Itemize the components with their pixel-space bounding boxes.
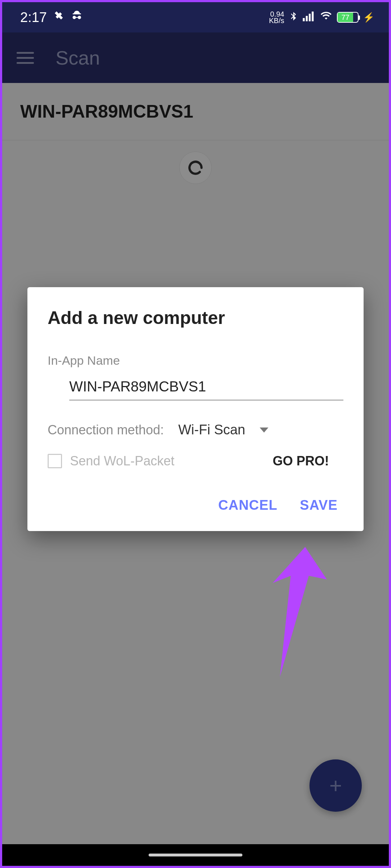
cancel-button[interactable]: CANCEL — [216, 494, 280, 517]
save-button[interactable]: SAVE — [298, 494, 340, 517]
battery-icon: 77 — [337, 12, 359, 23]
add-computer-dialog: Add a new computer In-App Name Connectio… — [27, 287, 364, 531]
tools-icon — [53, 10, 64, 24]
nav-handle[interactable] — [149, 854, 242, 856]
charging-icon: ⚡ — [363, 12, 374, 23]
svg-rect-3 — [306, 16, 308, 21]
name-input[interactable] — [69, 378, 343, 395]
speed-unit: KB/s — [269, 17, 284, 24]
go-pro-button[interactable]: GO PRO! — [273, 453, 329, 469]
wifi-icon — [320, 10, 333, 24]
wol-label: Send WoL-Packet — [70, 453, 175, 469]
connection-method-row: Connection method: Wi-Fi Scan — [48, 422, 343, 438]
system-nav-bar — [2, 844, 389, 866]
chevron-down-icon — [260, 428, 268, 433]
incognito-icon — [71, 10, 83, 25]
status-bar: 2:17 0.94 KB/s 77 ⚡ — [2, 2, 389, 32]
bluetooth-icon — [289, 10, 298, 25]
wol-row: Send WoL-Packet GO PRO! — [48, 453, 343, 469]
dialog-actions: CANCEL SAVE — [48, 494, 343, 517]
name-input-wrap[interactable] — [69, 375, 343, 400]
status-right: 0.94 KB/s 77 ⚡ — [269, 10, 374, 25]
svg-rect-2 — [303, 18, 305, 21]
connection-method-value: Wi-Fi Scan — [178, 422, 245, 438]
svg-rect-4 — [309, 14, 311, 21]
svg-rect-5 — [312, 12, 313, 21]
dialog-title: Add a new computer — [48, 307, 343, 328]
battery-percent: 77 — [341, 13, 349, 22]
network-speed: 0.94 KB/s — [269, 11, 284, 24]
status-time: 2:17 — [20, 10, 47, 25]
connection-method-label: Connection method: — [48, 422, 164, 438]
cellular-signal-icon — [302, 10, 315, 24]
status-left: 2:17 — [20, 10, 83, 25]
wol-checkbox[interactable] — [48, 454, 62, 468]
connection-method-dropdown[interactable]: Wi-Fi Scan — [178, 422, 268, 438]
name-field-label: In-App Name — [48, 354, 343, 368]
